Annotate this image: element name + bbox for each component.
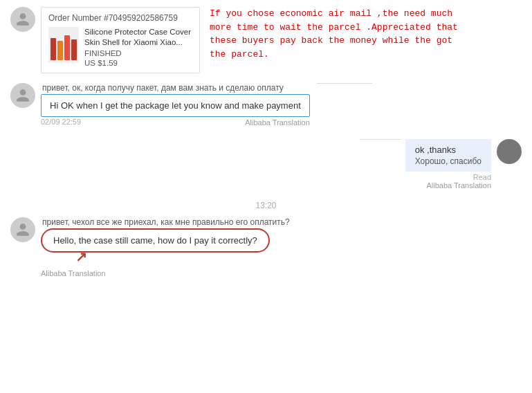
timestamp-center: 13:20: [10, 201, 522, 210]
notice-text: If you chose economic air mail ,the need…: [203, 7, 466, 61]
sender-avatar-right: [497, 139, 522, 164]
left-bubble-wrap-1: привет, ок, когда получу пакет, дам вам …: [41, 83, 310, 127]
right-message-row-1: ok ,thanks Хорошо, спасибо Read Alibaba …: [10, 139, 522, 190]
left-bubble-1: Hi OK when I get the package let you kno…: [41, 94, 310, 117]
right-main-text: ok ,thanks: [415, 145, 481, 155]
sender-avatar-left: [10, 7, 35, 32]
first-message-row: Order Number #704959202586759 Silicone P…: [10, 7, 522, 73]
order-number: Order Number #704959202586759: [48, 13, 192, 23]
left-message-row-1: привет, ок, когда получу пакет, дам вам …: [10, 83, 522, 127]
product-info: Silicone Protector Case Cover Skin Shell…: [84, 27, 192, 67]
translation-label-1: Alibaba Translation: [245, 118, 310, 127]
product-status: FINISHED: [84, 49, 192, 57]
left-translated-text-1: Hi OK when I get the package let you kno…: [50, 100, 301, 111]
left-original-text-2: привет, чехол все же приехал, как мне пр…: [41, 217, 290, 227]
sender-avatar-left3: [10, 217, 35, 242]
right-bubble-1: ok ,thanks Хорошо, спасибо: [405, 139, 491, 172]
translation-label-right: Alibaba Translation: [426, 181, 491, 190]
translation-label-2: Alibaba Translation: [41, 269, 106, 277]
product-name: Silicone Protector Case Cover Skin Shell…: [84, 27, 192, 48]
sender-avatar-left2: [10, 83, 35, 108]
order-card: Order Number #704959202586759 Silicone P…: [41, 7, 200, 73]
read-label: Read: [473, 173, 491, 181]
left-original-text-1: привет, ок, когда получу пакет, дам вам …: [41, 83, 310, 93]
right-translation-text: Хорошо, спасибо: [415, 156, 481, 166]
left-bubble-wrap-2: привет, чехол все же приехал, как мне пр…: [41, 217, 290, 278]
red-arrow-icon: ↗: [75, 248, 87, 265]
product-price: US $1.59: [84, 59, 192, 67]
chat-container: Order Number #704959202586759 Silicone P…: [0, 0, 532, 393]
product-image: [48, 27, 79, 63]
message-time-1: 02/09 22:59: [41, 118, 81, 126]
left-message-row-2: привет, чехол все же приехал, как мне пр…: [10, 217, 522, 278]
right-bubble-wrap-1: ok ,thanks Хорошо, спасибо Read Alibaba …: [405, 139, 491, 190]
left-translated-text-2: Hello, the case still came, how do I pay…: [53, 235, 257, 246]
